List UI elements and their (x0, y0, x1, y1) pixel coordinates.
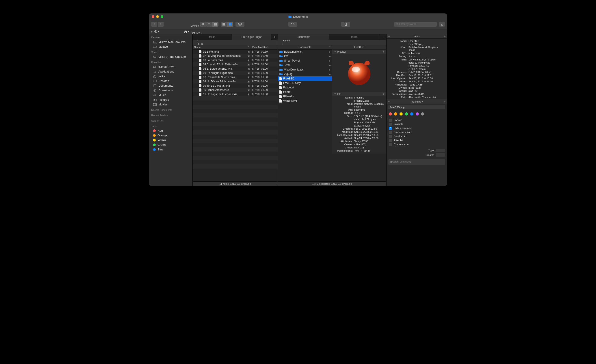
path-item[interactable]: Movies ▾ (190, 24, 207, 28)
list-item[interactable]: FreeBSD copy (278, 81, 332, 85)
list-item[interactable]: ZigZag▶ (278, 72, 332, 76)
file-row[interactable]: 10 Hanna Arendt.m4a◉8/7/18, 01.00 (193, 88, 278, 92)
list-item[interactable]: FreeBSD (278, 76, 332, 81)
sidebar-item-music[interactable]: Music (149, 93, 193, 97)
minimize-button[interactable] (156, 15, 159, 18)
list-item[interactable]: Paspoort (278, 85, 332, 90)
tab-milke-mid[interactable]: milke (329, 34, 380, 40)
tag-color[interactable] (421, 112, 424, 116)
tag-color[interactable] (389, 112, 392, 116)
list-item[interactable]: Testo▶ (278, 63, 332, 67)
sidebar-tag[interactable]: Orange (149, 133, 193, 138)
sidebar-item-mojave[interactable]: Mojave (149, 44, 193, 49)
cloud-icon: ◉ (247, 88, 251, 92)
sidebar-tag[interactable]: Yellow (149, 138, 193, 142)
path-home[interactable]: ▾ (184, 30, 189, 33)
sidebar-section-recent-folders[interactable]: Recent Folders (149, 112, 193, 117)
check-stationery[interactable]: Stationery Pad (389, 130, 445, 134)
list-item[interactable]: CV▶ (278, 54, 332, 58)
check-invisible[interactable]: Invisible (389, 122, 445, 126)
close-icon[interactable]: ⊗ (444, 35, 446, 38)
column-date[interactable]: Date Modified (251, 46, 278, 49)
action-button[interactable] (341, 22, 350, 27)
tab-add-mid[interactable]: + (380, 34, 386, 40)
sidebar-item-desktop[interactable]: Desktop (149, 79, 193, 83)
list-item[interactable]: ViberDownloads▶ (278, 67, 332, 72)
type-field[interactable] (436, 149, 445, 152)
gear-icon[interactable]: ✻ (388, 100, 390, 103)
search-input[interactable] (399, 23, 435, 26)
path-back-icon[interactable]: ▶ (151, 30, 153, 33)
breadcrumb-segment[interactable]: i…s (197, 42, 209, 45)
column-view-button[interactable] (212, 22, 218, 27)
gear-icon[interactable]: ✻ (382, 93, 385, 95)
filename-field[interactable]: FreeBSD.png (388, 105, 445, 109)
column-name[interactable]: Name⌃ (193, 46, 251, 49)
file-row[interactable]: 02 La Máquina del Tiempo.m4a◉8/7/18, 00.… (193, 54, 278, 58)
sidebar-tag[interactable]: Red (149, 128, 193, 133)
file-row[interactable]: 09 Tengo a María.m4a◉8/7/18, 01.00 (193, 83, 278, 88)
list-item[interactable]: Verblijfstitel (278, 99, 332, 103)
file-row[interactable]: 11 Un Lugar de los Dos.m4a◉8/7/18, 01.00 (193, 92, 278, 96)
sidebar-section-search-for[interactable]: Search For (149, 117, 193, 123)
file-row[interactable]: 06 En Ningún Lugar.m4a◉8/7/18, 01.00 (193, 71, 278, 75)
sidebar-tag[interactable]: Blue (149, 147, 193, 152)
sidebar-item-icloud[interactable]: iCloud Drive (149, 65, 193, 69)
maximize-button[interactable] (161, 15, 163, 18)
search-field[interactable] (394, 22, 437, 27)
check-alias[interactable]: Alias bit (389, 138, 445, 142)
single-pane-button[interactable] (221, 22, 227, 27)
file-row[interactable]: 01 Siete.m4a◉8/7/18, 00.59 (193, 50, 278, 54)
file-row[interactable]: 08 Un Día en Brighton.m4a◉8/7/18, 01.00 (193, 79, 278, 83)
back-button[interactable] (151, 22, 157, 27)
file-row[interactable]: 04 Cuando Tú No Estás.m4a◉8/7/18, 01.00 (193, 62, 278, 66)
sidebar-item-downloads[interactable]: Downloads (149, 88, 193, 93)
tab-add-left[interactable]: + (271, 34, 278, 40)
tag-color[interactable] (410, 112, 413, 116)
col-header-documents[interactable]: Documents⌃ (278, 45, 332, 49)
list-item[interactable]: Portret (278, 90, 332, 94)
tab-documents[interactable]: Documents (278, 34, 329, 40)
download-button[interactable] (439, 22, 445, 27)
sidebar-item-macbook[interactable]: Milke's MacBook Pro (149, 40, 193, 44)
file-row[interactable]: 07 Rozando la Suerte.m4a◉8/7/18, 01.00 (193, 75, 278, 79)
sidebar-tag[interactable]: Green (149, 142, 193, 147)
sidebar-item-movies[interactable]: Movies (149, 102, 193, 107)
sidebar-item-timecapsule[interactable]: Milke's Time Capsule (149, 54, 193, 59)
file-row[interactable]: 05 El Barco de Eric.m4a◉8/7/18, 01.00 (193, 66, 278, 71)
col-header-freebsd[interactable]: FreeBSD (332, 45, 387, 49)
tab-milke[interactable]: milke (193, 34, 232, 40)
tag-color[interactable] (394, 112, 397, 116)
gear-icon[interactable]: ✻ (388, 35, 390, 38)
list-item[interactable]: Smart Payroll▶ (278, 58, 332, 63)
tag-color[interactable] (405, 112, 408, 116)
check-hide-extension[interactable]: Hide extension (389, 126, 445, 130)
list-view-button[interactable] (206, 22, 212, 27)
sidebar-item-pictures[interactable]: Pictures (149, 97, 193, 102)
check-bundle[interactable]: Bundle bit (389, 134, 445, 138)
sidebar-item-documents[interactable]: Documents (149, 83, 193, 88)
forward-button[interactable] (157, 22, 164, 27)
dual-pane-button[interactable] (227, 22, 233, 27)
check-custom-icon[interactable]: Custom icon (389, 142, 445, 146)
list-item[interactable]: Belastingdienst▶ (278, 50, 332, 54)
check-locked[interactable]: Locked (389, 118, 445, 122)
gear-icon[interactable]: ✻ (382, 50, 385, 53)
breadcrumb-segment[interactable]: Users (282, 40, 299, 42)
tab-en-ningun-lugar[interactable]: En Ningún Lugar (232, 34, 272, 40)
sidebar-item-home[interactable]: milke (149, 74, 193, 79)
preview-button[interactable] (236, 22, 245, 27)
spotlight-comments[interactable]: Spotlight comments (388, 159, 445, 165)
file-row[interactable]: 03 La Carta.m4a◉8/7/18, 01.00 (193, 58, 278, 62)
sidebar-section-recent-docs[interactable]: Recent Documents (149, 107, 193, 112)
tag-color[interactable] (416, 112, 419, 116)
burn-icon[interactable]: ▾ (154, 30, 159, 33)
svg-rect-7 (214, 23, 215, 26)
list-item[interactable]: Rijbewijs (278, 94, 332, 99)
arrange-dropdown[interactable] (288, 22, 297, 27)
close-button[interactable] (152, 15, 154, 18)
close-icon[interactable]: ⊗ (444, 100, 446, 103)
creator-field[interactable] (436, 153, 445, 157)
sidebar-item-applications[interactable]: Applications (149, 69, 193, 74)
tag-color[interactable] (400, 112, 403, 116)
